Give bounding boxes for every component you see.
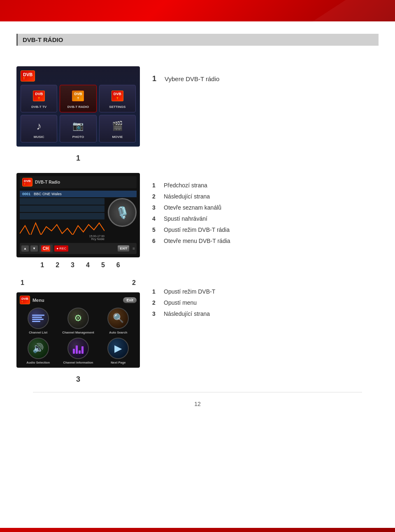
radio-header: DVBT DVB-T Radio xyxy=(20,176,137,188)
radio-title: DVB-T Radio xyxy=(35,180,60,184)
section-3: 1 2 DVBT Menu Exit xyxy=(16,279,379,384)
radio-channel-bar: 0001 BBC ONE Wales xyxy=(20,191,137,197)
radio-num-1: 1 xyxy=(40,261,44,269)
menu-icon-auto-search[interactable]: 🔍 Auto Search xyxy=(100,308,137,334)
radio-desc-3: 3 Otevře seznam kanálů xyxy=(152,203,379,212)
menu-icon-audio-sel[interactable]: 🔊 Audio Selection xyxy=(20,338,56,364)
bottom-bar xyxy=(0,528,395,532)
menu-ui-column: 1 2 DVBT Menu Exit xyxy=(16,279,140,384)
menu-item-dvbt-radio[interactable]: DVBT DVB-T RADIO xyxy=(60,85,96,112)
dvbt-logo: DVBT xyxy=(21,70,35,82)
main-menu-grid: DVBT DVB-T TV DVBT DVB-T RADIO xyxy=(21,85,136,142)
radio-bar-1 xyxy=(20,198,105,205)
step1-row: 1 Vybere DVB-T rádio xyxy=(152,75,379,84)
menu-icon-channel-mgmt[interactable]: ⚙ Channel Management xyxy=(60,308,96,334)
radio-player-icon: 🎙️ xyxy=(108,198,137,227)
radio-channel-num: 0001 xyxy=(22,192,30,196)
channel-list-icon xyxy=(28,308,49,329)
wave-svg xyxy=(20,220,105,235)
channel-mgmt-label: Channel Management xyxy=(60,331,96,334)
dvbt-logo-bar: DVBT xyxy=(21,70,136,82)
channel-list-label: Channel List xyxy=(20,331,56,334)
step1-text: Vybere DVB-T rádio xyxy=(165,75,219,84)
menu-item-photo[interactable]: 📷 PHOTO xyxy=(60,115,96,142)
audio-sel-icon: 🔊 xyxy=(28,338,49,359)
dvbt-main-menu: DVBT DVBT DVB-T TV DVBT xyxy=(16,66,140,147)
settings-label: SETTINGS xyxy=(101,105,134,109)
radio-desc-4: 4 Spustí nahrávání xyxy=(152,215,379,223)
radio-content: 15:00-17:00 Rcy Noble 🎙️ xyxy=(20,198,137,240)
radio-list: 15:00-17:00 Rcy Noble xyxy=(20,198,105,240)
radio-desc-list: 1 Předchozí strana 2 Následující strana … xyxy=(152,181,379,245)
auto-search-label: Auto Search xyxy=(100,331,137,334)
menu-item-music[interactable]: ♪ MUSIC xyxy=(21,115,57,142)
radio-desc-6: 6 Otevře menu DVB-T rádia xyxy=(152,237,379,245)
radio-channel-name: BBC ONE Wales xyxy=(34,192,62,196)
dvbt-radio-label: DVB-T RADIO xyxy=(62,105,94,109)
movie-label: MOVIE xyxy=(101,135,134,139)
menu-icon-channel-list[interactable]: Channel List xyxy=(20,308,56,334)
exit-pill[interactable]: Exit xyxy=(123,297,137,303)
radio-desc-1: 1 Předchozí strana xyxy=(152,181,379,190)
radio-controls: ▲ ▼ CH ● REC EXIT ≡ xyxy=(20,243,137,254)
step1-num: 1 xyxy=(152,75,160,83)
menu-num-bottom: 3 xyxy=(76,375,80,384)
radio-descriptions-column: 1 Předchozí strana 2 Následující strana … xyxy=(152,173,379,248)
radio-bar-3 xyxy=(20,213,105,219)
menu-descriptions-column: 1 Opustí režim DVB-T 2 Opustí menu 3 Nás… xyxy=(152,279,379,321)
menu-desc-3: 3 Následující strana xyxy=(152,310,379,318)
next-page-icon: ▶ xyxy=(107,338,129,359)
channel-mgmt-icon: ⚙ xyxy=(67,308,89,329)
menu-dvbt-logo: DVBT xyxy=(20,296,30,304)
music-label: MUSIC xyxy=(23,135,55,139)
dvbt-radio-icon: DVBT xyxy=(70,89,86,103)
rec-btn[interactable]: ● REC xyxy=(54,245,68,252)
dvbt-radio-ui: DVBT DVB-T Radio 0001 BBC ONE Wales xyxy=(16,173,140,257)
radio-desc-2: 2 Následující strana xyxy=(152,192,379,201)
ch-info-label: Channel Information xyxy=(60,361,96,364)
next-btn[interactable]: ▼ xyxy=(30,245,38,252)
menu-icon-next-page[interactable]: ▶ Next Page xyxy=(100,338,137,364)
section-heading: DVB-T RÁDIO xyxy=(16,34,379,46)
photo-icon: 📷 xyxy=(70,119,86,133)
radio-num-6: 6 xyxy=(116,261,120,269)
photo-label: PHOTO xyxy=(62,135,94,139)
step1-description-column: 1 Vybere DVB-T rádio xyxy=(152,66,379,86)
menu-desc-list: 1 Opustí režim DVB-T 2 Opustí menu 3 Nás… xyxy=(152,287,379,318)
prev-btn[interactable]: ▲ xyxy=(21,245,29,252)
menu-ui-title: DVBT Menu xyxy=(20,296,44,304)
menu-icons-grid: Channel List ⚙ Channel Management 🔍 xyxy=(20,308,137,364)
radio-num-5: 5 xyxy=(101,261,105,269)
movie-icon: 🎬 xyxy=(109,119,125,133)
menu-num-top-2: 2 xyxy=(132,279,136,287)
more-controls: ≡ xyxy=(132,246,135,251)
exit-btn[interactable]: EXIT xyxy=(118,245,129,252)
next-page-label: Next Page xyxy=(100,361,137,364)
music-icon: ♪ xyxy=(31,119,47,133)
section-2: DVBT DVB-T Radio 0001 BBC ONE Wales xyxy=(16,173,379,269)
radio-numbers-row: 1 2 3 4 5 6 xyxy=(36,261,120,269)
ch-info-icon xyxy=(67,338,89,359)
radio-num-4: 4 xyxy=(86,261,90,269)
menu-icon-ch-info[interactable]: Channel Information xyxy=(60,338,96,364)
main-menu-column: DVBT DVBT DVB-T TV DVBT xyxy=(16,66,140,163)
menu-item-dvbt-tv[interactable]: DVBT DVB-T TV xyxy=(21,85,57,112)
top-banner xyxy=(0,0,395,21)
radio-desc-5: 5 Opustí režim DVB-T rádia xyxy=(152,226,379,234)
menu-top-nums: 1 2 xyxy=(16,279,140,287)
menu-ui-label-text: Menu xyxy=(33,298,44,303)
menu-item-settings[interactable]: DVBT SETTINGS xyxy=(99,85,136,112)
audio-sel-label: Audio Selection xyxy=(20,361,56,364)
dvbt-tv-label: DVB-T TV xyxy=(23,105,55,109)
auto-search-icon: 🔍 xyxy=(107,308,129,329)
radio-time-info: 15:00-17:00 Rcy Noble xyxy=(20,235,105,240)
menu-ui-header: DVBT Menu Exit xyxy=(20,296,137,304)
menu-item-movie[interactable]: 🎬 MOVIE xyxy=(99,115,136,142)
menu-desc-1: 1 Opustí režim DVB-T xyxy=(152,287,379,296)
ch-label-icon: CH xyxy=(41,245,50,252)
wave-container xyxy=(20,220,105,235)
ch-indicator: CH xyxy=(40,245,53,252)
menu-step-number: 1 xyxy=(76,154,80,163)
settings-icon: DVBT xyxy=(109,89,125,103)
menu-desc-2: 2 Opustí menu xyxy=(152,299,379,307)
